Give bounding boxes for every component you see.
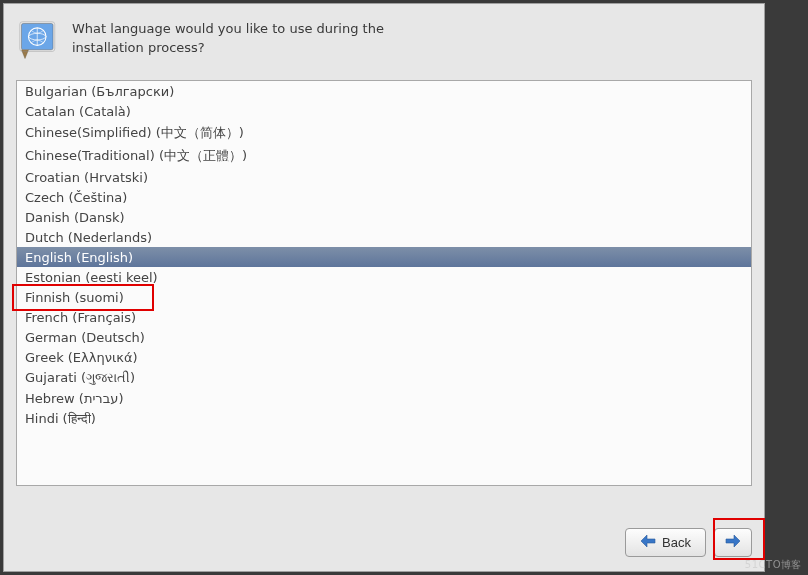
installer-window: What language would you like to use duri… bbox=[3, 3, 765, 572]
back-button[interactable]: Back bbox=[625, 528, 706, 557]
button-row: Back bbox=[625, 528, 752, 557]
language-list[interactable]: Bulgarian (Български)Catalan (Català)Chi… bbox=[16, 80, 752, 486]
header: What language would you like to use duri… bbox=[4, 4, 764, 72]
language-option[interactable]: Gujarati (ગુજરાતી) bbox=[17, 367, 751, 388]
back-button-label: Back bbox=[662, 535, 691, 550]
language-option[interactable]: Hindi (हिन्दी) bbox=[17, 408, 751, 429]
arrow-left-icon bbox=[640, 534, 656, 551]
language-option[interactable]: French (Français) bbox=[17, 307, 751, 327]
next-button[interactable] bbox=[714, 528, 752, 557]
globe-flag-icon bbox=[18, 20, 60, 62]
language-option[interactable]: Hebrew (עברית) bbox=[17, 388, 751, 408]
language-option[interactable]: Greek (Ελληνικά) bbox=[17, 347, 751, 367]
prompt-text: What language would you like to use duri… bbox=[72, 20, 402, 58]
language-option[interactable]: Estonian (eesti keel) bbox=[17, 267, 751, 287]
arrow-right-icon bbox=[725, 534, 741, 551]
language-option[interactable]: Catalan (Català) bbox=[17, 101, 751, 121]
language-option[interactable]: Croatian (Hrvatski) bbox=[17, 167, 751, 187]
language-option[interactable]: Bulgarian (Български) bbox=[17, 81, 751, 101]
language-option[interactable]: Finnish (suomi) bbox=[17, 287, 751, 307]
language-option[interactable]: Chinese(Traditional) (中文（正體）) bbox=[17, 144, 751, 167]
language-option[interactable]: Czech (Čeština) bbox=[17, 187, 751, 207]
language-option[interactable]: Danish (Dansk) bbox=[17, 207, 751, 227]
language-option[interactable]: Chinese(Simplified) (中文（简体）) bbox=[17, 121, 751, 144]
language-option[interactable]: German (Deutsch) bbox=[17, 327, 751, 347]
language-option[interactable]: Dutch (Nederlands) bbox=[17, 227, 751, 247]
language-option[interactable]: English (English) bbox=[17, 247, 751, 267]
watermark: 51CTO博客 bbox=[745, 558, 802, 572]
